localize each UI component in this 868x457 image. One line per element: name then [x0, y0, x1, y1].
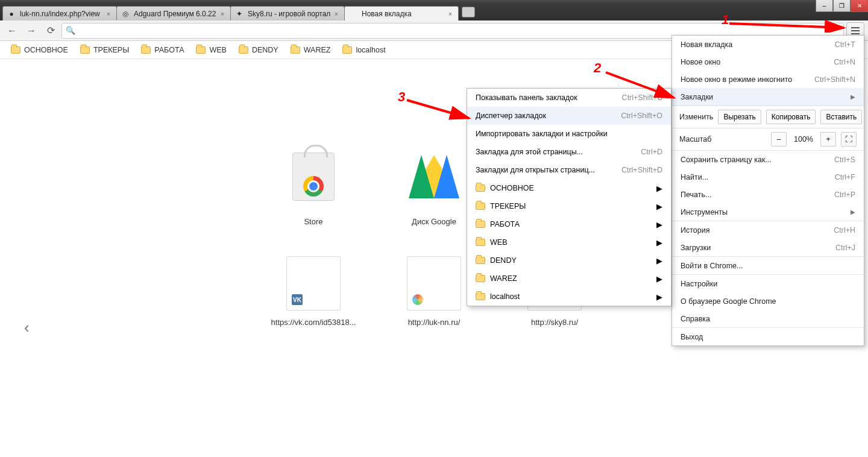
folder-icon [196, 46, 206, 54]
new-tab-button[interactable] [462, 7, 475, 17]
folder-icon [11, 46, 20, 54]
submenu-folder[interactable]: ОСНОВНОЕ▶ [467, 179, 671, 197]
folder-icon [342, 46, 352, 54]
chevron-right-icon: ▶ [851, 209, 855, 215]
submenu-folder[interactable]: WEB▶ [467, 233, 671, 251]
menu-find[interactable]: Найти...Ctrl+F [672, 168, 864, 186]
copy-button[interactable]: Копировать [766, 110, 816, 124]
folder-icon [476, 293, 485, 300]
submenu-show-bar[interactable]: Показывать панель закладокCtrl+Shift+B [467, 89, 671, 107]
tab-title: Adguard Премиум 6.0.22 [134, 10, 218, 18]
bookmarks-submenu: Показывать панель закладокCtrl+Shift+B Д… [467, 88, 671, 306]
menu-print[interactable]: Печать...Ctrl+P [672, 186, 864, 203]
submenu-folder[interactable]: WAREZ▶ [467, 269, 671, 288]
minimize-button[interactable]: – [816, 0, 833, 12]
mv-tile-luk[interactable]: http://luk-nn.ru/ [398, 256, 470, 327]
tab-2[interactable]: ✦ Sky8.ru - игровой портал × [230, 6, 345, 20]
folder-icon [141, 46, 151, 54]
menu-signin[interactable]: Войти в Chrome... [672, 257, 864, 274]
main-menu: Новая вкладкаCtrl+T Новое окноCtrl+N Нов… [671, 35, 864, 346]
prev-page-icon[interactable]: ‹ [24, 318, 30, 337]
submenu-folder[interactable]: РАБОТА▶ [467, 215, 671, 233]
reload-button[interactable]: ⟳ [42, 22, 59, 39]
mv-tile-vk[interactable]: VK https://vk.com/id53818... [277, 256, 350, 327]
menu-history[interactable]: ИсторияCtrl+H [672, 221, 864, 239]
submenu-bookmark-page[interactable]: Закладка для этой страницы...Ctrl+D [467, 143, 671, 161]
window-controls: – ❐ ✕ [816, 0, 868, 12]
chevron-right-icon: ▶ [656, 238, 662, 247]
chevron-right-icon: ▶ [656, 292, 662, 301]
menu-settings[interactable]: Настройки [672, 275, 864, 292]
chevron-right-icon: ▶ [656, 274, 662, 283]
bookmark-folder[interactable]: WEB [191, 43, 231, 57]
vk-icon: VK [292, 294, 303, 305]
submenu-folder[interactable]: DENDY▶ [467, 251, 671, 269]
site-icon [412, 294, 423, 305]
search-icon: 🔍 [66, 26, 75, 35]
close-button[interactable]: ✕ [851, 0, 868, 12]
bookmark-folder[interactable]: localhost [338, 43, 390, 57]
zoom-out-button[interactable]: – [771, 132, 787, 147]
close-icon[interactable]: × [446, 10, 454, 18]
forward-button[interactable]: → [23, 22, 40, 39]
maximize-button[interactable]: ❐ [833, 0, 851, 12]
folder-icon [80, 46, 90, 54]
zoom-in-button[interactable]: + [820, 132, 836, 147]
bookmark-folder[interactable]: ОСНОВНОЕ [6, 43, 73, 57]
submenu-folder[interactable]: localhost▶ [467, 288, 671, 306]
favicon-icon: ✦ [234, 9, 244, 19]
submenu-bookmark-manager[interactable]: Диспетчер закладокCtrl+Shift+O [467, 107, 671, 125]
bookmark-folder[interactable]: WAREZ [286, 43, 336, 57]
folder-icon [291, 46, 300, 54]
paste-button[interactable]: Вставить [820, 110, 862, 124]
tab-title: Новая вкладка [362, 10, 446, 18]
tab-3-active[interactable]: Новая вкладка × [344, 6, 459, 20]
folder-icon [476, 221, 485, 228]
menu-incognito[interactable]: Новое окно в режиме инкогнитоCtrl+Shift+… [672, 71, 864, 88]
folder-icon [476, 239, 485, 246]
bookmark-folder[interactable]: ТРЕКЕРЫ [75, 43, 134, 57]
fullscreen-button[interactable]: ⛶ [841, 132, 857, 147]
menu-zoom-row: Масштаб – 100% + ⛶ [672, 128, 864, 150]
tab-0[interactable]: ● luk-nn.ru/index.php?view × [2, 6, 117, 20]
menu-new-window[interactable]: Новое окноCtrl+N [672, 53, 864, 71]
menu-tools[interactable]: Инструменты▶ [672, 203, 864, 221]
submenu-bookmark-all[interactable]: Закладки для открытых страниц...Ctrl+Shi… [467, 161, 671, 179]
bookmark-folder[interactable]: РАБОТА [136, 43, 189, 57]
chevron-right-icon: ▶ [656, 220, 662, 229]
favicon-icon [348, 9, 358, 19]
folder-icon [476, 257, 485, 264]
tab-1[interactable]: ◎ Adguard Премиум 6.0.22 × [116, 6, 231, 20]
close-icon[interactable]: × [332, 10, 341, 18]
chevron-right-icon: ▶ [656, 202, 662, 211]
folder-icon [239, 46, 248, 54]
close-icon[interactable]: × [104, 10, 113, 18]
bookmark-folder[interactable]: DENDY [234, 43, 283, 57]
tab-title: Sky8.ru - игровой портал [248, 10, 332, 18]
folder-icon [476, 184, 485, 192]
zoom-value: 100% [791, 135, 816, 143]
menu-save-page[interactable]: Сохранить страницу как...Ctrl+S [672, 151, 864, 168]
folder-icon [476, 203, 485, 210]
submenu-import[interactable]: Импортировать закладки и настройки [467, 125, 671, 143]
favicon-icon: ◎ [121, 9, 130, 19]
favicon-icon: ● [7, 9, 16, 19]
menu-exit[interactable]: Выход [672, 328, 864, 345]
menu-about[interactable]: О браузере Google Chrome [672, 292, 864, 310]
chevron-right-icon: ▶ [656, 256, 662, 265]
cut-button[interactable]: Вырезать [718, 110, 761, 124]
chevron-right-icon: ▶ [656, 184, 662, 193]
menu-help[interactable]: Справка [672, 310, 864, 327]
tab-strip: ● luk-nn.ru/index.php?view × ◎ Adguard П… [0, 4, 868, 20]
chevron-right-icon: ▶ [851, 93, 855, 100]
app-tile-store[interactable]: Store [277, 143, 350, 226]
app-tile-drive[interactable]: Диск Google [398, 143, 470, 226]
menu-downloads[interactable]: ЗагрузкиCtrl+J [672, 239, 864, 256]
close-icon[interactable]: × [218, 10, 227, 18]
tab-title: luk-nn.ru/index.php?view [20, 10, 104, 18]
menu-edit-row: Изменить Вырезать Копировать Вставить [672, 106, 864, 128]
menu-bookmarks[interactable]: Закладки▶ [672, 88, 864, 106]
submenu-folder[interactable]: ТРЕКЕРЫ▶ [467, 197, 671, 215]
menu-new-tab[interactable]: Новая вкладкаCtrl+T [672, 36, 864, 53]
back-button[interactable]: ← [4, 22, 20, 39]
